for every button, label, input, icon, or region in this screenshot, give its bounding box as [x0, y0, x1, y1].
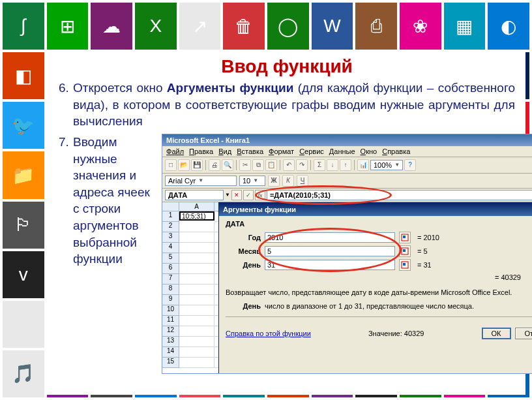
fontsize-combo[interactable]: 10▼ — [239, 176, 265, 186]
arg-input[interactable]: 31 — [265, 260, 395, 270]
spreadsheet-grid[interactable]: ABCDEFGHIJK 110;5;31)2345678910111213141… — [162, 202, 532, 374]
bg-tile: ◯ — [267, 3, 309, 50]
range-select-icon[interactable] — [399, 259, 411, 271]
svg-rect-5 — [403, 263, 406, 266]
menu-item[interactable]: Файл — [166, 147, 184, 155]
row-header[interactable]: 9 — [162, 295, 179, 305]
point-text: Вводим нужные значения и адреса ячеек с … — [73, 134, 153, 268]
svg-rect-3 — [403, 249, 406, 252]
cancel-formula-icon[interactable]: ✕ — [231, 190, 242, 200]
row-header[interactable]: 8 — [162, 285, 179, 295]
arg-input[interactable]: 5 — [265, 246, 395, 256]
row-header[interactable]: 11 — [162, 316, 179, 326]
arg-input[interactable]: 2010 — [265, 232, 395, 243]
bg-tile: 🏳 — [3, 202, 44, 249]
preview-icon[interactable]: 🔍 — [222, 159, 233, 171]
arg-result: = 31 — [417, 261, 432, 269]
cell[interactable] — [179, 264, 214, 274]
row-header[interactable]: 14 — [162, 347, 179, 358]
excel-menubar[interactable]: ФайлПравкаВидВставкаФорматСервисДанныеОк… — [162, 146, 532, 157]
cell[interactable] — [179, 285, 214, 295]
chart-icon[interactable]: 📊 — [357, 159, 369, 171]
menu-item[interactable]: Данные — [329, 147, 355, 155]
row-header[interactable]: 15 — [162, 358, 179, 368]
arg-label: Месяц — [226, 247, 261, 255]
help-icon[interactable]: ? — [404, 159, 416, 171]
row-header[interactable]: 12 — [162, 326, 179, 337]
help-link[interactable]: Справка по этой функции — [226, 330, 311, 337]
row-header[interactable]: 10 — [162, 305, 179, 316]
menu-item[interactable]: Сервис — [299, 147, 324, 155]
italic-icon[interactable]: К — [282, 175, 294, 187]
cell[interactable] — [179, 347, 214, 358]
bg-tile: 🐦 — [3, 102, 44, 149]
row-header[interactable]: 2 — [162, 222, 179, 232]
cell[interactable] — [179, 232, 214, 243]
result-value: Значение: 40329 — [368, 330, 424, 337]
row-header[interactable]: 13 — [162, 337, 179, 347]
arg-result: = 2010 — [417, 234, 439, 241]
bg-tile: ◧ — [3, 52, 44, 99]
cell[interactable] — [179, 274, 214, 285]
excel-window: Microsoft Excel - Книга1 ФайлПравкаВидВс… — [162, 134, 532, 374]
menu-item[interactable]: Формат — [269, 147, 294, 155]
menu-item[interactable]: Вид — [218, 147, 231, 155]
bg-tile: ▦ — [444, 3, 486, 50]
range-select-icon[interactable] — [399, 232, 411, 243]
cell[interactable] — [179, 253, 214, 264]
row-header[interactable]: 6 — [162, 264, 179, 274]
zoom-combo[interactable]: 100%▼ — [370, 160, 403, 170]
cut-icon[interactable]: ✂ — [239, 159, 251, 171]
name-box[interactable]: ДАТА — [165, 190, 224, 200]
open-icon[interactable]: 📂 — [178, 159, 190, 171]
bold-icon[interactable]: Ж — [268, 175, 280, 187]
sum-icon[interactable]: Σ — [314, 159, 325, 171]
column-header[interactable]: A — [179, 202, 214, 211]
cell[interactable] — [179, 358, 214, 368]
new-icon[interactable]: □ — [165, 159, 177, 171]
cell[interactable] — [179, 326, 214, 337]
cell[interactable] — [179, 337, 214, 347]
copy-icon[interactable]: ⧉ — [252, 159, 264, 171]
cell[interactable] — [179, 295, 214, 305]
dialog-titlebar[interactable]: Аргументы функции X — [219, 203, 532, 216]
underline-icon[interactable]: Ч — [297, 175, 308, 187]
menu-item[interactable]: Правка — [189, 147, 213, 155]
font-combo[interactable]: Arial Cyr▼ — [165, 176, 237, 186]
excel-toolbar-format[interactable]: Arial Cyr▼ 10▼ Ж К Ч — [162, 174, 532, 189]
row-header[interactable]: 7 — [162, 274, 179, 285]
argument-row: День31= 31 — [226, 259, 532, 271]
print-icon[interactable]: 🖨 — [209, 159, 220, 171]
cell[interactable] — [179, 243, 214, 253]
row-header[interactable]: 1 — [162, 211, 179, 222]
cell[interactable]: 10;5;31) — [179, 211, 214, 221]
bg-tile: v — [3, 251, 44, 298]
excel-toolbar-standard[interactable]: □ 📂 💾 🖨 🔍 ✂ ⧉ 📋 ↶ ↷ Σ ↓ ↑ — [162, 157, 532, 174]
fx-icon[interactable]: fx — [255, 190, 265, 200]
cell[interactable] — [179, 305, 214, 316]
row-header[interactable]: 5 — [162, 253, 179, 264]
point-number: 6. — [59, 80, 73, 130]
menu-item[interactable]: Справка — [382, 147, 410, 155]
cell[interactable] — [179, 316, 214, 326]
menu-item[interactable]: Вставка — [237, 147, 263, 155]
paste-icon[interactable]: 📋 — [265, 159, 277, 171]
bg-tile: ☁ — [91, 3, 132, 50]
arg-label: Год — [226, 234, 261, 241]
undo-icon[interactable]: ↶ — [283, 159, 295, 171]
enter-formula-icon[interactable]: ✓ — [243, 190, 254, 200]
svg-rect-1 — [403, 236, 406, 238]
dialog-title-text: Аргументы функции — [223, 206, 296, 213]
cell[interactable] — [179, 222, 214, 232]
range-select-icon[interactable] — [399, 245, 411, 257]
save-icon[interactable]: 💾 — [191, 159, 203, 171]
row-header[interactable]: 4 — [162, 243, 179, 253]
redo-icon[interactable]: ↷ — [296, 159, 308, 171]
sort-asc-icon[interactable]: ↓ — [327, 159, 338, 171]
menu-item[interactable]: Окно — [361, 147, 377, 155]
cancel-button[interactable]: Отмена — [515, 328, 532, 339]
sort-desc-icon[interactable]: ↑ — [340, 159, 351, 171]
ok-button[interactable]: ОК — [482, 328, 511, 339]
row-header[interactable]: 3 — [162, 232, 179, 243]
formula-input[interactable]: =ДАТА(2010;5;31) — [267, 190, 532, 200]
